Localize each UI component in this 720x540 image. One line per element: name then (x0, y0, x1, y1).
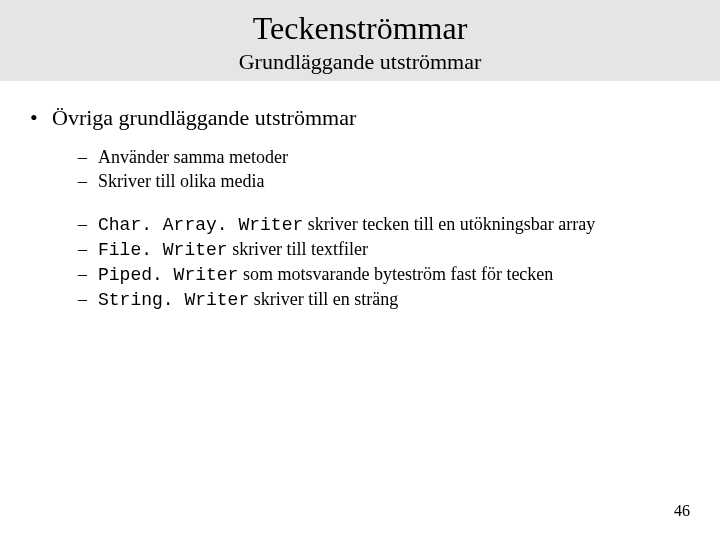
bullet-rest: skriver till textfiler (228, 239, 368, 259)
code-text: Piped. Writer (98, 265, 238, 285)
header-band: Teckenströmmar Grundläggande utströmmar (0, 0, 720, 81)
slide: Teckenströmmar Grundläggande utströmmar … (0, 0, 720, 540)
bullet-rest: som motsvarande byteström fast för tecke… (238, 264, 553, 284)
sub-group-b: Char. Array. Writer skriver tecken till … (78, 212, 690, 313)
bullet-main: Övriga grundläggande utströmmar (30, 105, 690, 131)
sub-group-a: Använder samma metoder Skriver till olik… (78, 145, 690, 194)
slide-body: Övriga grundläggande utströmmar Använder… (0, 81, 720, 313)
code-text: Char. Array. Writer (98, 215, 303, 235)
page-number: 46 (674, 502, 690, 520)
sub-bullet: File. Writer skriver till textfiler (78, 237, 690, 262)
sub-bullet: Skriver till olika media (78, 169, 690, 193)
sub-bullet: String. Writer skriver till en sträng (78, 287, 690, 312)
slide-title: Teckenströmmar (0, 10, 720, 47)
bullet-rest: skriver tecken till en utökningsbar arra… (303, 214, 595, 234)
sub-bullet: Char. Array. Writer skriver tecken till … (78, 212, 690, 237)
sub-bullet: Piped. Writer som motsvarande byteström … (78, 262, 690, 287)
bullet-rest: skriver till en sträng (249, 289, 398, 309)
code-text: String. Writer (98, 290, 249, 310)
code-text: File. Writer (98, 240, 228, 260)
slide-subtitle: Grundläggande utströmmar (0, 49, 720, 75)
sub-bullet: Använder samma metoder (78, 145, 690, 169)
